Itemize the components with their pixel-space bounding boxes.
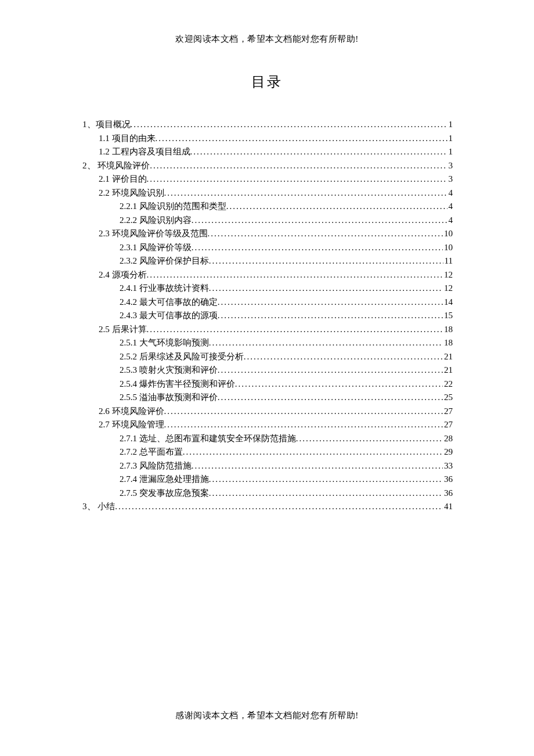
toc-entry-page: 1 [448, 145, 453, 159]
toc-entry: 1.2 工程内容及项目组成1 [82, 145, 453, 159]
toc-entry: 2.2.2 风险识别内容4 [82, 214, 453, 228]
toc-entry: 2.3.1 风险评价等级10 [82, 241, 453, 255]
toc-entry-page: 11 [443, 254, 453, 268]
toc-entry: 3、 小结41 [82, 500, 453, 514]
toc-entry-label: 2.3.1 风险评价等级 [120, 241, 192, 255]
toc-entry-page: 4 [448, 186, 453, 200]
toc-leader [208, 227, 443, 241]
toc-entry: 1.1 项目的由来1 [82, 132, 453, 146]
toc-entry: 2、 环境风险评价3 [82, 159, 453, 173]
toc-entry-page: 12 [443, 282, 453, 296]
toc-entry-label: 2.2.2 风险识别内容 [120, 214, 192, 228]
toc-entry-page: 28 [443, 432, 453, 446]
toc-entry-page: 3 [448, 172, 453, 186]
toc-leader [209, 473, 443, 487]
toc-entry: 2.7 环境风险管理27 [82, 418, 453, 432]
toc-entry-page: 1 [448, 132, 453, 146]
toc-entry: 2.4.3 最大可信事故的源项15 [82, 309, 453, 323]
toc-entry: 2.7.4 泄漏应急处理措施36 [82, 473, 453, 487]
toc-entry-label: 2、 环境风险评价 [82, 159, 150, 173]
toc-entry-page: 21 [443, 350, 453, 364]
toc-leader [150, 159, 447, 173]
toc-leader [209, 336, 443, 350]
toc-entry: 2.4 源项分析12 [82, 268, 453, 282]
toc-entry-page: 10 [443, 241, 453, 255]
toc-leader [147, 172, 448, 186]
toc-entry-page: 41 [443, 500, 453, 514]
toc-entry-page: 15 [443, 309, 453, 323]
toc-entry-page: 10 [443, 227, 453, 241]
toc-leader [244, 350, 443, 364]
toc-leader [192, 459, 443, 473]
toc-entry-label: 2.7.4 泄漏应急处理措施 [120, 473, 209, 487]
toc-entry-label: 2.5.3 喷射火灾预测和评价 [120, 363, 218, 377]
toc-entry: 2.7.5 突发事故应急预案36 [82, 487, 453, 501]
toc-entry: 2.5.5 溢油事故预测和评价25 [82, 391, 453, 405]
toc-entry: 2.1 评价目的3 [82, 172, 453, 186]
toc-entry-label: 3、 小结 [82, 500, 115, 514]
toc-entry-label: 1.1 项目的由来 [99, 132, 156, 146]
toc-entry: 2.4.2 最大可信事故的确定14 [82, 296, 453, 309]
toc-entry-page: 33 [443, 459, 453, 473]
toc-entry-label: 2.6 环境风险评价 [99, 405, 164, 419]
toc-leader [209, 282, 443, 296]
toc-entry-page: 29 [443, 445, 453, 459]
toc-entry-label: 2.7.3 风险防范措施 [120, 459, 192, 473]
toc-leader [115, 500, 443, 514]
toc-entry-page: 1 [448, 118, 453, 132]
toc-leader [183, 445, 443, 459]
toc-entry: 2.2 环境风险识别4 [82, 186, 453, 200]
toc-entry: 2.3 环境风险评价等级及范围10 [82, 227, 453, 241]
toc-leader [218, 391, 443, 405]
toc-leader [296, 432, 443, 446]
toc-entry-page: 36 [443, 473, 453, 487]
toc-entry: 2.7.3 风险防范措施33 [82, 459, 453, 473]
toc-leader [164, 186, 448, 200]
toc-entry-label: 2.7.5 突发事故应急预案 [120, 487, 209, 501]
toc-entry-page: 27 [443, 405, 453, 419]
toc-leader [192, 241, 443, 255]
toc-entry: 1、项目概况1 [82, 118, 453, 132]
toc-leader [218, 296, 443, 309]
toc-entry-page: 4 [448, 200, 453, 214]
toc-leader [209, 487, 443, 501]
toc-entry-label: 2.7.1 选址、总图布置和建筑安全环保防范措施 [120, 432, 296, 446]
toc-entry: 2.2.1 风险识别的范围和类型4 [82, 200, 453, 214]
page-title: 目录 [0, 45, 534, 91]
toc-leader [156, 132, 448, 146]
toc-entry-page: 21 [443, 363, 453, 377]
toc-leader [235, 377, 443, 391]
toc-entry-label: 2.3.2 风险评价保护目标 [120, 254, 209, 268]
toc-leader [226, 200, 448, 214]
toc-leader [218, 309, 443, 323]
toc-entry-page: 22 [443, 377, 453, 391]
toc-entry-page: 3 [448, 159, 453, 173]
toc-entry: 2.5.2 后果综述及风险可接受分析21 [82, 350, 453, 364]
table-of-contents: 1、项目概况11.1 项目的由来11.2 工程内容及项目组成12、 环境风险评价… [82, 118, 453, 514]
toc-leader [192, 214, 448, 228]
toc-entry-page: 12 [443, 268, 453, 282]
toc-entry: 2.5.1 大气环境影响预测18 [82, 336, 453, 350]
toc-entry: 2.5.3 喷射火灾预测和评价21 [82, 363, 453, 377]
toc-leader [164, 405, 443, 419]
toc-entry-page: 18 [443, 336, 453, 350]
toc-entry-label: 2.4 源项分析 [99, 268, 147, 282]
page-header: 欢迎阅读本文档，希望本文档能对您有所帮助! [0, 0, 534, 45]
toc-entry-label: 2.2.1 风险识别的范围和类型 [120, 200, 226, 214]
toc-entry-label: 2.4.1 行业事故统计资料 [120, 282, 209, 296]
toc-entry-label: 1.2 工程内容及项目组成 [99, 145, 190, 159]
toc-entry: 2.7.1 选址、总图布置和建筑安全环保防范措施28 [82, 432, 453, 446]
toc-entry-label: 2.1 评价目的 [99, 172, 147, 186]
toc-entry-label: 2.5 后果计算 [99, 323, 147, 337]
toc-entry-page: 4 [448, 214, 453, 228]
toc-leader [131, 118, 448, 132]
toc-entry: 2.4.1 行业事故统计资料12 [82, 282, 453, 296]
toc-entry-page: 27 [443, 418, 453, 432]
toc-leader [147, 323, 443, 337]
toc-entry-page: 14 [443, 296, 453, 309]
toc-entry: 2.3.2 风险评价保护目标11 [82, 254, 453, 268]
toc-entry: 2.6 环境风险评价27 [82, 405, 453, 419]
toc-entry-label: 2.5.5 溢油事故预测和评价 [120, 391, 218, 405]
toc-leader [209, 254, 443, 268]
page-footer: 感谢阅读本文档，希望本文档能对您有所帮助! [0, 710, 534, 721]
